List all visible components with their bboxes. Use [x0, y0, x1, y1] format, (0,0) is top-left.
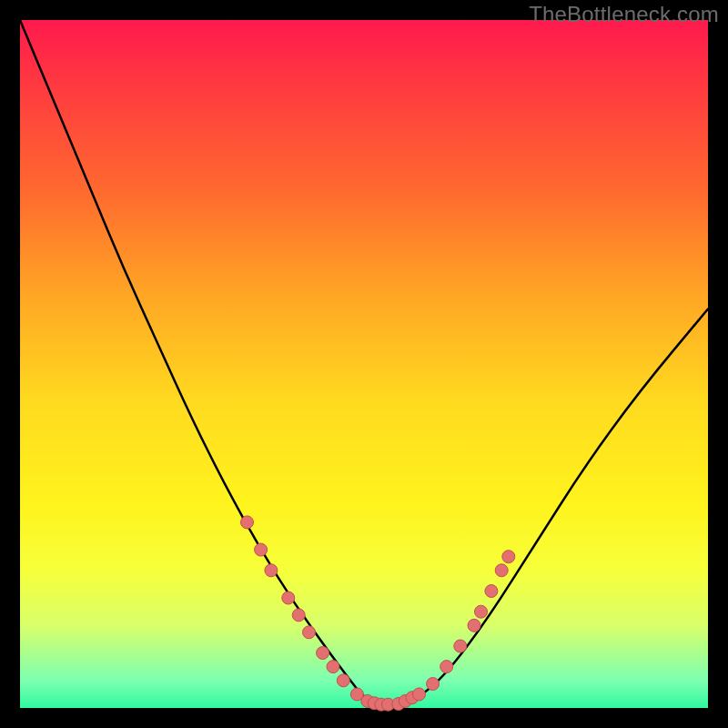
marker-dot: [337, 674, 349, 687]
marker-dot: [317, 647, 329, 660]
marker-dot: [454, 640, 467, 652]
marker-dot: [485, 585, 498, 598]
marker-dot: [255, 543, 268, 556]
marker-dot: [327, 661, 339, 673]
chart-stage: TheBottleneck.com: [0, 0, 728, 728]
marker-dot: [282, 592, 295, 604]
bottleneck-chart: [0, 0, 728, 728]
marker-dot: [292, 609, 305, 622]
marker-dot: [495, 564, 508, 577]
marker-dot: [440, 661, 453, 673]
marker-dot: [265, 564, 278, 577]
marker-dot: [427, 678, 440, 691]
marker-dot: [241, 516, 254, 529]
marker-dot: [303, 626, 316, 639]
marker-group: [241, 516, 515, 711]
marker-dot: [475, 605, 488, 618]
marker-dot: [413, 688, 426, 701]
curve-line: [20, 20, 708, 704]
marker-dot: [502, 551, 515, 563]
marker-dot: [468, 619, 480, 632]
